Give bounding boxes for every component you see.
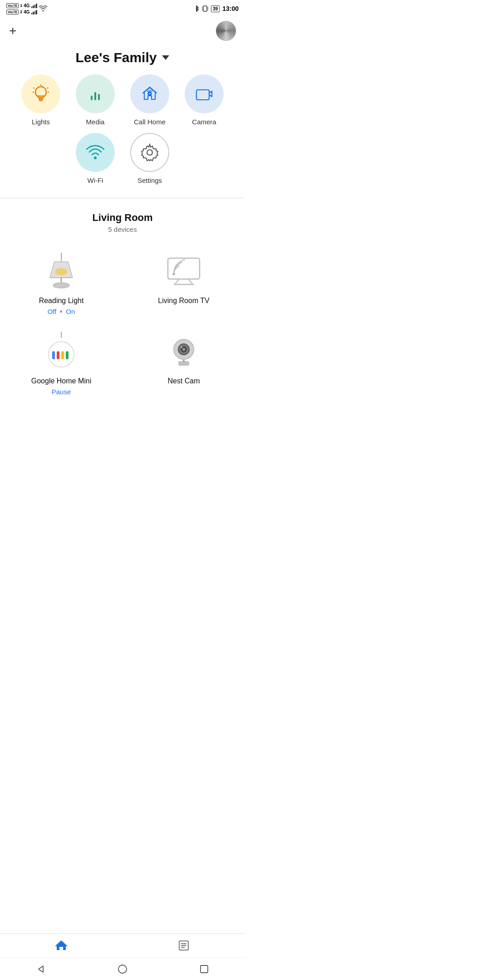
camera-circle [185,74,224,113]
action-settings[interactable]: Settings [127,133,172,184]
svg-rect-17 [98,94,100,100]
status-separator-dot [60,310,62,313]
svg-rect-16 [94,92,96,100]
svg-point-27 [53,283,69,288]
lightbulb-icon [32,84,49,104]
svg-rect-0 [203,6,207,11]
media-circle [76,74,115,113]
wifi-status-icon [39,5,47,12]
svg-rect-36 [57,351,59,359]
living-room-tv-icon-wrap [163,251,204,292]
wifi-icon [86,144,105,161]
svg-line-11 [34,88,35,88]
svg-line-31 [188,279,193,284]
google-home-mini-pause-btn[interactable]: Pause [52,388,71,396]
svg-line-12 [47,88,49,88]
volte1-badge: VoLTE [6,3,19,8]
status-bar: VoLTE 1 4G VoLTE 2 4G [0,0,245,16]
action-camera[interactable]: Camera [181,74,227,126]
action-callhome[interactable]: Call Home [127,74,172,126]
section-divider [0,198,245,198]
callhome-icon [141,85,159,103]
svg-rect-37 [61,351,64,359]
svg-rect-35 [52,351,55,359]
svg-rect-15 [91,96,93,100]
reading-light-on-btn[interactable]: On [66,308,75,315]
google-home-mini-status: Pause [52,388,71,396]
media-label: Media [86,118,105,126]
google-home-mini-name: Google Home Mini [31,377,92,385]
signal2-bars [31,9,37,15]
svg-point-44 [182,348,185,351]
network2-label: 4G [24,10,29,15]
chromecast-tv-icon [166,256,202,288]
lights-label: Lights [32,118,50,126]
svg-rect-19 [196,90,209,100]
svg-line-30 [175,279,179,284]
signal1-bars [31,3,37,8]
family-name-heading[interactable]: Lee's Family [76,50,170,65]
action-lights[interactable]: Lights [18,74,64,126]
svg-rect-38 [66,351,69,359]
top-bar: + [0,16,245,45]
avatar[interactable] [216,21,236,41]
device-nest-cam[interactable]: Nest Cam [122,323,245,403]
google-home-mini-icon [43,332,79,372]
camera-label: Camera [192,118,216,126]
wifi-label: Wi-Fi [88,176,103,184]
status-left: VoLTE 1 4G VoLTE 2 4G [6,3,47,15]
google-home-mini-icon-wrap [41,332,82,372]
svg-point-45 [181,346,183,348]
sub1-label: 1 [20,3,22,8]
wifi-circle [76,133,115,172]
camera-icon [195,86,213,102]
bluetooth-icon [194,5,199,12]
status-right: 39 13:00 [194,5,239,12]
nest-cam-icon-wrap [163,332,204,372]
device-google-home-mini[interactable]: Google Home Mini Pause [0,323,122,403]
living-room-tv-name: Living Room TV [158,297,210,305]
time-display: 13:00 [222,5,239,12]
network1-label: 4G [24,3,29,8]
device-living-room-tv[interactable]: Living Room TV [122,242,245,323]
settings-gear-icon [141,143,159,162]
room-device-count: 5 devices [9,225,236,233]
svg-point-24 [55,268,68,275]
room-section: Living Room 5 devices [0,203,245,238]
svg-point-29 [172,273,175,275]
svg-rect-28 [168,258,200,279]
nest-cam-name: Nest Cam [167,377,200,385]
callhome-label: Call Home [134,118,166,126]
volte2-badge: VoLTE [6,10,19,15]
reading-light-icon-wrap [41,251,82,292]
media-icon [87,86,103,102]
action-media[interactable]: Media [73,74,118,126]
settings-label: Settings [137,176,162,184]
sub2-label: 2 [20,10,22,14]
vibrate-icon [202,5,208,12]
svg-point-21 [147,150,152,155]
reading-light-icon [43,253,79,291]
lights-circle [21,74,60,113]
callhome-circle [130,74,169,113]
nest-cam-icon [166,334,202,370]
quick-actions-grid: Lights Media Call Home [0,74,245,193]
room-name: Living Room [9,212,236,224]
reading-light-status: Off On [48,308,75,315]
battery-icon: 39 [211,5,220,12]
add-button[interactable]: + [9,24,16,37]
reading-light-name: Reading Light [39,297,84,305]
family-dropdown-arrow[interactable] [162,55,169,60]
action-wifi[interactable]: Wi-Fi [73,133,118,184]
device-reading-light[interactable]: Reading Light Off On [0,242,122,323]
reading-light-off-btn[interactable]: Off [48,308,57,315]
svg-point-20 [94,157,97,159]
family-title-section: Lee's Family [0,45,245,74]
device-grid: Reading Light Off On Livi [0,238,245,407]
settings-circle [130,133,169,172]
